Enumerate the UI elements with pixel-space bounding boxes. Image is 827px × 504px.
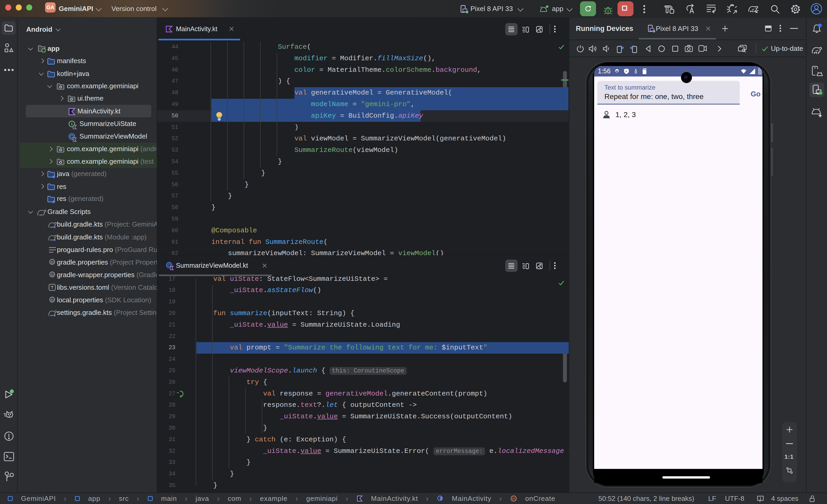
svg-text:m: m	[512, 496, 516, 501]
